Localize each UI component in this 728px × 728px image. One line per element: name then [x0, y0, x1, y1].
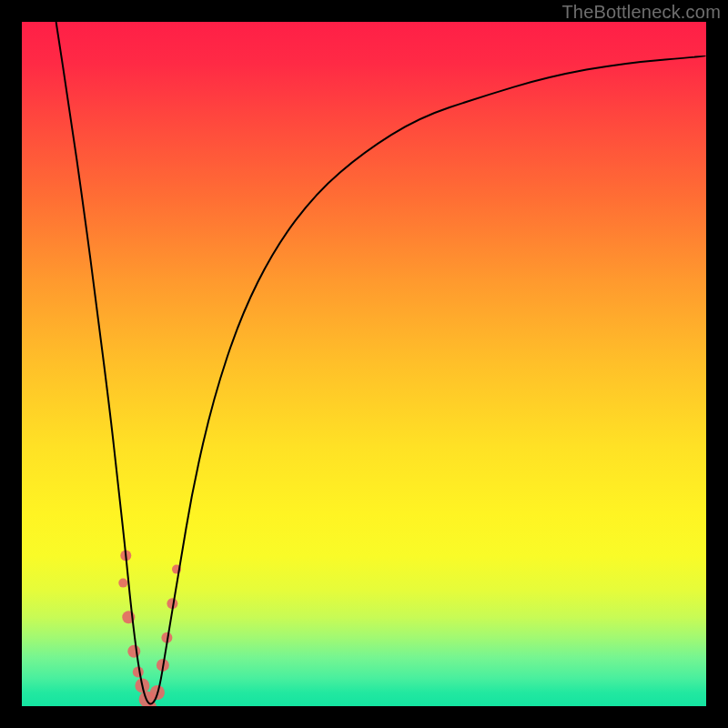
attribution-label: TheBottleneck.com — [561, 2, 721, 23]
chart-svg — [22, 22, 706, 706]
data-marker — [127, 645, 140, 658]
data-marker — [118, 579, 127, 588]
plot-area — [22, 22, 706, 706]
chart-frame: TheBottleneck.com — [0, 0, 728, 728]
bottleneck-curve — [56, 22, 706, 703]
